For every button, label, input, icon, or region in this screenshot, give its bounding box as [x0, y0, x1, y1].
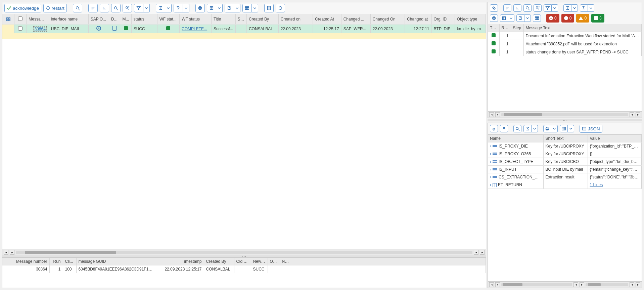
- acknowledge-button[interactable]: acknowledge: [4, 4, 41, 12]
- log-sort-desc[interactable]: [513, 4, 521, 12]
- col-status[interactable]: status: [131, 14, 157, 25]
- badge-warning[interactable]: 0: [576, 14, 589, 23]
- run-row[interactable]: 30864 1 100 6045BD8F49A91EEE96A862C3D91F…: [2, 265, 486, 273]
- log-col-run[interactable]: Run: [499, 24, 511, 32]
- badge-abort[interactable]: 0: [546, 14, 559, 23]
- payload-value-link[interactable]: 1 Lines: [590, 182, 603, 187]
- payload-hscroll[interactable]: ◂▸ ◂▸ ◂▸: [488, 281, 642, 288]
- log-find[interactable]: [523, 4, 532, 12]
- payload-col-name[interactable]: Name: [488, 135, 543, 142]
- payload-row[interactable]: ›IS_INPUTBO input DIE by mail{"email":{"…: [488, 166, 642, 173]
- sum-dropdown[interactable]: [156, 4, 172, 12]
- expand-icon[interactable]: ›: [490, 167, 491, 172]
- payload-row[interactable]: ›IS_PROXY_O365Key for /UBC/PROXY{}: [488, 150, 642, 158]
- expand-icon[interactable]: ›: [490, 152, 491, 156]
- print-button[interactable]: [195, 4, 205, 12]
- filter-dropdown[interactable]: [134, 4, 150, 12]
- col-changed-by[interactable]: Changed ...: [341, 14, 370, 25]
- col-run-createdby[interactable]: Created By: [204, 258, 234, 265]
- col-wf-status[interactable]: WF status: [180, 14, 212, 25]
- sort-asc-button[interactable]: [88, 4, 98, 12]
- log-hscroll[interactable]: ◂▸ ◂▸: [488, 111, 642, 118]
- badge-error[interactable]: 0: [561, 14, 574, 23]
- expand-icon[interactable]: ›: [490, 182, 491, 187]
- col-run-msgno[interactable]: Message number: [2, 258, 49, 265]
- expand-icon[interactable]: ›: [490, 159, 491, 164]
- col-run-newst[interactable]: New st...: [251, 258, 268, 265]
- col-run-old[interactable]: Old...: [268, 258, 280, 265]
- col-run-guid[interactable]: message GUID: [76, 258, 157, 265]
- col-run-client[interactable]: Cli...: [63, 258, 76, 265]
- payload-row[interactable]: ›CS_EXTRACTION_RESUExtraction result{"st…: [488, 173, 642, 181]
- message-no-link[interactable]: 30864: [33, 26, 46, 32]
- left-splitter[interactable]: [2, 255, 486, 257]
- col-sap-obj[interactable]: SAP O...: [88, 14, 109, 25]
- col-org-id[interactable]: Org. ID: [431, 14, 455, 25]
- expand-icon[interactable]: ›: [490, 175, 491, 179]
- col-changed-at[interactable]: Changed at: [405, 14, 431, 25]
- layout-dropdown[interactable]: [242, 4, 258, 12]
- log-col-step[interactable]: Step: [511, 24, 523, 32]
- payload-col-value[interactable]: Value: [588, 135, 642, 142]
- detail-button[interactable]: [264, 4, 274, 12]
- col-run-ts[interactable]: Timestamp: [157, 258, 204, 265]
- find-button[interactable]: [111, 4, 121, 12]
- log-export2-dropdown[interactable]: [516, 14, 531, 23]
- col-object-type[interactable]: Object type: [455, 14, 486, 25]
- log-row[interactable]: 1Document Information Extraction Workflo…: [488, 32, 642, 40]
- payload-row[interactable]: ›IS_OBJECT_TYPEKey for /UBC/CBO{"object_…: [488, 158, 642, 166]
- expand-all-button[interactable]: [490, 125, 498, 132]
- refresh-button[interactable]: [276, 4, 285, 12]
- log-sum-dropdown[interactable]: [563, 4, 578, 12]
- export-dropdown[interactable]: [207, 4, 223, 12]
- col-created-on[interactable]: Created on: [278, 14, 313, 25]
- payload-col-short[interactable]: Short Text: [543, 135, 588, 142]
- select-all-checkbox[interactable]: [18, 16, 22, 21]
- col-wf-stat[interactable]: WF stat...: [157, 14, 180, 25]
- col-created-by[interactable]: Created By: [246, 14, 278, 25]
- subtotal-dropdown[interactable]: x: [174, 4, 189, 12]
- log-subtotal-dropdown[interactable]: [580, 4, 594, 12]
- log-row[interactable]: 1status change done by user SAP_WFRT: PE…: [488, 48, 642, 56]
- message-row[interactable]: 30864 UBC_DIE_MAIL SUCC COMPLETE... Succ…: [2, 25, 486, 33]
- payload-print-dropdown[interactable]: [543, 124, 558, 133]
- log-find-next[interactable]: [534, 4, 542, 12]
- col-interface[interactable]: interface name: [49, 14, 88, 25]
- log-detail-button[interactable]: [490, 4, 498, 12]
- row-select-checkbox[interactable]: [18, 26, 22, 31]
- col-run-run[interactable]: Run: [49, 258, 63, 265]
- wf-status-link[interactable]: COMPLETE...: [182, 27, 207, 31]
- col-st[interactable]: St...: [235, 14, 246, 25]
- col-title[interactable]: Title: [211, 14, 235, 25]
- payload-layout-dropdown[interactable]: [560, 124, 574, 133]
- log-export-dropdown[interactable]: [500, 14, 514, 23]
- log-layout[interactable]: [533, 14, 541, 22]
- log-print[interactable]: [490, 14, 498, 22]
- log-col-type[interactable]: Ty...: [488, 24, 499, 32]
- col-m[interactable]: M...: [120, 14, 131, 25]
- expand-icon[interactable]: ›: [490, 144, 491, 149]
- find-next-button[interactable]: [123, 4, 132, 12]
- col-d[interactable]: D...: [109, 14, 120, 25]
- col-changed-on[interactable]: Changed On: [370, 14, 405, 25]
- collapse-all-button[interactable]: [500, 125, 508, 132]
- grid-settings-icon[interactable]: [5, 15, 12, 23]
- right-splitter[interactable]: [488, 119, 642, 121]
- payload-sum-dropdown[interactable]: [523, 124, 538, 133]
- export2-dropdown[interactable]: [225, 4, 240, 12]
- log-row[interactable]: 1Attachment "890352.pdf" will be used fo…: [488, 40, 642, 48]
- log-col-text[interactable]: Message Text: [523, 24, 642, 32]
- badge-success[interactable]: 3: [591, 14, 604, 23]
- col-created-at[interactable]: Created At: [313, 14, 341, 25]
- search-button[interactable]: [73, 4, 82, 12]
- sort-desc-button[interactable]: [100, 4, 109, 12]
- payload-row[interactable]: ›ET_RETURN1 Lines: [488, 181, 642, 189]
- log-filter-dropdown[interactable]: [544, 4, 558, 12]
- log-sort-asc[interactable]: [503, 4, 511, 12]
- restart-button[interactable]: restart: [43, 4, 67, 12]
- col-run-ne[interactable]: Ne...: [280, 258, 292, 265]
- payload-find[interactable]: [513, 125, 521, 132]
- col-message-no[interactable]: Messa...: [27, 14, 49, 25]
- json-button[interactable]: JSON: [580, 125, 602, 133]
- payload-row[interactable]: ›IS_PROXY_DIEKey for /UBC/PROXY{"organiz…: [488, 142, 642, 150]
